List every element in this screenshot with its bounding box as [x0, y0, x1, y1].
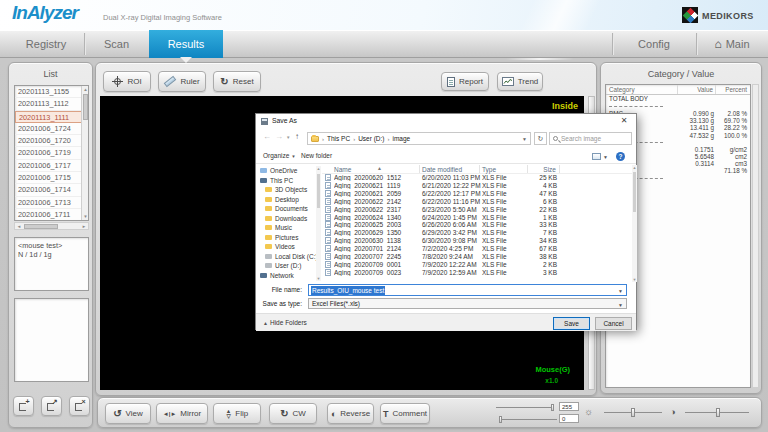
chevron-down-icon[interactable]: ▼: [522, 136, 527, 142]
list-item[interactable]: 20201113_1155: [15, 86, 88, 98]
dialog-titlebar[interactable]: Save As ✕: [256, 114, 636, 128]
flip-button[interactable]: ▲▽ Flip: [213, 403, 261, 424]
nav-item-music[interactable]: Music: [256, 223, 316, 233]
file-row[interactable]: Aging_20200701_21247/2/2020 4:25 PMXLS F…: [322, 245, 632, 253]
table-vertical-scrollbar[interactable]: [752, 84, 759, 388]
file-list-scrollbar[interactable]: ▲ ▼: [632, 165, 637, 282]
nav-item-user-d-[interactable]: User (D:): [256, 261, 316, 271]
file-row[interactable]: Aging_20200622_21426/22/2020 11:16 PMXLS…: [322, 198, 632, 206]
level-min-value[interactable]: 0: [559, 414, 579, 423]
list-item[interactable]: 20201006_1719: [15, 147, 88, 159]
trend-button[interactable]: Trend: [497, 72, 543, 91]
refresh-button[interactable]: ↻: [534, 132, 547, 145]
file-name-dropdown-icon[interactable]: ▼: [618, 288, 623, 294]
list-delete-button[interactable]: ×: [69, 396, 90, 416]
scroll-left-icon[interactable]: ◄: [15, 223, 23, 230]
contrast-slider[interactable]: [685, 412, 749, 413]
tab-config[interactable]: Config: [613, 30, 695, 58]
recent-locations-icon[interactable]: ▼: [286, 135, 290, 140]
mirror-button[interactable]: ◄|► Mirror: [156, 403, 208, 424]
file-row[interactable]: Aging_20200624_13406/24/2020 1:45 PMXLS …: [322, 213, 632, 221]
forward-icon[interactable]: →: [275, 132, 283, 141]
level-max-value[interactable]: 255: [559, 402, 579, 411]
nav-item-pictures[interactable]: Pictures: [256, 233, 316, 243]
file-row[interactable]: Aging_20200629_13506/29/2020 3:42 PMXLS …: [322, 229, 632, 237]
list-export-button[interactable]: ↗: [41, 396, 62, 416]
tab-main[interactable]: ⌂ Main: [697, 30, 767, 58]
close-icon[interactable]: ✕: [612, 114, 636, 128]
save-button[interactable]: Save: [553, 317, 590, 330]
list-vertical-scrollbar[interactable]: ▲ ▼: [81, 86, 88, 220]
file-row[interactable]: Aging_20200630_11386/30/2020 9:08 PMXLS …: [322, 237, 632, 245]
list-horizontal-scrollbar[interactable]: ◄ ►: [14, 222, 89, 230]
file-row[interactable]: Aging_20200709_00237/9/2020 12:59 AMXLS …: [322, 268, 632, 276]
scroll-up-icon[interactable]: ▲: [82, 86, 89, 93]
nav-item-downloads[interactable]: Downloads: [256, 214, 316, 224]
hide-folders-button[interactable]: ▲Hide Folders: [263, 319, 307, 326]
up-icon[interactable]: ↑: [295, 132, 299, 141]
view-button[interactable]: ↺ View: [105, 403, 151, 424]
file-row[interactable]: Aging_20200621_20596/22/2020 12:17 PMXLS…: [322, 190, 632, 198]
report-label: Report: [459, 77, 483, 86]
column-size[interactable]: Size: [528, 165, 560, 173]
roi-button[interactable]: ROI: [103, 71, 151, 92]
folder-icon: [265, 235, 272, 240]
comment-button[interactable]: T Comment: [380, 403, 430, 424]
reset-button[interactable]: ↻ Reset: [213, 71, 261, 92]
file-row[interactable]: Aging_20200621_11196/21/2020 12:22 PMXLS…: [322, 182, 632, 190]
breadcrumb-drive[interactable]: User (D:): [358, 135, 384, 142]
breadcrumb-folder[interactable]: image: [392, 135, 410, 142]
list-add-button[interactable]: +: [13, 396, 34, 416]
organize-menu[interactable]: Organize ▼: [263, 152, 296, 159]
list-item[interactable]: 20201113_1111: [15, 111, 88, 123]
level-max-slider[interactable]: [496, 407, 554, 408]
nav-item-local-disk-c-[interactable]: Local Disk (C:): [256, 252, 316, 262]
nav-item-this-pc[interactable]: This PC: [256, 176, 316, 186]
brightness-slider[interactable]: [604, 412, 662, 413]
file-row[interactable]: Aging_20200620_15126/20/2020 11:03 PMXLS…: [322, 174, 632, 182]
list-item[interactable]: 20201006_1713: [15, 197, 88, 209]
nav-item-documents[interactable]: Documents: [256, 204, 316, 214]
scroll-right-icon[interactable]: ►: [80, 223, 88, 230]
list-item[interactable]: 20201006_1714: [15, 184, 88, 196]
list-item[interactable]: 20201006_1711: [15, 209, 88, 221]
ruler-button[interactable]: Ruler: [158, 71, 206, 92]
nav-item-3d-objects[interactable]: 3D Objects: [256, 185, 316, 195]
scroll-down-icon[interactable]: ▼: [82, 213, 89, 220]
file-row[interactable]: Aging_20200707_22457/8/2020 9:24 AMXLS F…: [322, 252, 632, 260]
tab-registry[interactable]: Registry: [8, 30, 84, 58]
list-item[interactable]: 20201006_1724: [15, 123, 88, 135]
new-folder-button[interactable]: New folder: [301, 152, 332, 159]
list-item[interactable]: 20201006_1717: [15, 160, 88, 172]
tab-results[interactable]: Results: [149, 30, 223, 58]
list-item[interactable]: 20201006_1720: [15, 135, 88, 147]
column-name[interactable]: Name▲: [322, 165, 420, 173]
cancel-button[interactable]: Cancel: [595, 317, 632, 330]
help-icon[interactable]: ?: [616, 152, 625, 161]
back-icon[interactable]: ←: [263, 132, 271, 141]
column-date-modified[interactable]: Date modified: [420, 165, 480, 173]
list-item[interactable]: 20201113_1112: [15, 98, 88, 110]
search-input[interactable]: Search image: [549, 132, 632, 145]
nav-scrollbar[interactable]: ▲ ▼: [316, 166, 321, 281]
column-type[interactable]: Type: [480, 165, 528, 173]
file-row[interactable]: Aging_20200625_20036/26/2020 6:06 AMXLS …: [322, 221, 632, 229]
file-name-input[interactable]: Results_OIU_mouse test ▼: [308, 284, 627, 296]
reverse-button[interactable]: ◐ Reverse: [327, 403, 374, 424]
breadcrumb[interactable]: › This PC › User (D:) › image ▼: [307, 132, 531, 145]
file-row[interactable]: Aging_20200622_23176/23/2020 5:50 AMXLS …: [322, 205, 632, 213]
view-options-icon[interactable]: [592, 153, 601, 160]
breadcrumb-this-pc[interactable]: This PC: [327, 135, 350, 142]
view-options-caret-icon[interactable]: ▼: [603, 154, 608, 160]
rotate-cw-button[interactable]: ↻ CW: [269, 403, 317, 424]
file-row[interactable]: Aging_20200709_00017/9/2020 12:22 AMXLS …: [322, 260, 632, 268]
nav-item-onedrive[interactable]: OneDrive: [256, 166, 316, 176]
list-item[interactable]: 20201006_1715: [15, 172, 88, 184]
tab-scan[interactable]: Scan: [85, 30, 148, 58]
nav-item-desktop[interactable]: Desktop: [256, 195, 316, 205]
save-as-type-select[interactable]: Excel Files(*.xls) ▼: [308, 298, 627, 309]
level-min-slider[interactable]: [499, 419, 557, 420]
nav-item-network[interactable]: Network: [256, 271, 316, 281]
report-button[interactable]: Report: [441, 72, 489, 91]
nav-item-videos[interactable]: Videos: [256, 242, 316, 252]
